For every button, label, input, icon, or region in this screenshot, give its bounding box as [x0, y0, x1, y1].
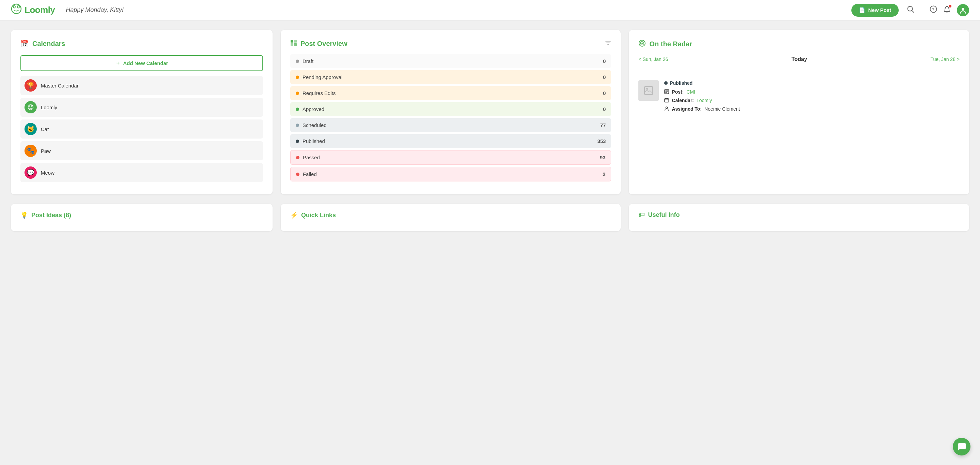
post-label-passed: Passed [303, 154, 320, 160]
avatar[interactable] [957, 4, 969, 16]
svg-rect-14 [294, 43, 297, 46]
post-label-approved: Approved [302, 106, 324, 112]
calendar-name-loomly: Loomly [41, 105, 57, 110]
calendars-title-text: Calendars [32, 40, 65, 48]
radar-prev-link[interactable]: < Sun, Jan 26 [638, 57, 668, 62]
radar-today-label: Today [791, 56, 807, 62]
radar-post-status: Published [664, 80, 959, 86]
radar-thumbnail [638, 80, 659, 101]
calendar-item-meow[interactable]: 💬 Meow [21, 163, 263, 182]
radar-calendar-label: Calendar: [672, 98, 694, 103]
radar-calendar-icon [664, 98, 669, 104]
calendar-name-paw: Paw [41, 148, 51, 154]
svg-point-10 [31, 105, 32, 107]
post-ideas-card: 💡 Post Ideas (8) [11, 204, 272, 231]
dot-published [296, 140, 299, 143]
svg-text:?: ? [932, 7, 934, 12]
add-calendar-label: Add New Calendar [123, 60, 169, 66]
post-overview-header: Post Overview [290, 40, 611, 48]
svg-point-29 [666, 107, 668, 108]
calendar-item-paw[interactable]: 🐾 Paw [21, 141, 263, 160]
header-icons: ? [907, 4, 969, 16]
post-row-approved[interactable]: Approved 0 [290, 102, 611, 116]
post-overview-title-text: Post Overview [301, 40, 347, 48]
svg-point-0 [11, 4, 21, 14]
svg-point-7 [962, 8, 964, 11]
post-row-scheduled[interactable]: Scheduled 77 [290, 118, 611, 132]
svg-point-20 [646, 89, 648, 90]
radar-post-row: Post: CMI [664, 89, 959, 95]
new-post-button[interactable]: 📄 New Post [851, 4, 899, 17]
radar-calendar-value[interactable]: Loomly [697, 98, 712, 103]
on-the-radar-card: On the Radar < Sun, Jan 26 Today Tue, Ja… [629, 30, 969, 194]
radar-post-icon [664, 89, 669, 95]
post-overview-card: Post Overview Draft 0 Pending Approval 0 [281, 30, 621, 194]
radar-assigned-label: Assigned To: [672, 106, 702, 111]
post-row-failed[interactable]: Failed 2 [290, 167, 611, 182]
notification-dot [949, 5, 951, 8]
radar-title: On the Radar [638, 40, 959, 49]
calendar-item-loomly[interactable]: Loomly [21, 98, 263, 117]
notification-icon[interactable] [943, 5, 951, 14]
post-ideas-icon: 💡 [21, 212, 28, 219]
svg-rect-11 [291, 40, 293, 43]
useful-info-title-text: Useful Info [648, 212, 679, 218]
radar-status-label: Published [670, 80, 692, 86]
calendar-name-master: Master Calendar [41, 83, 79, 89]
svg-point-9 [29, 105, 30, 107]
logo[interactable]: Loomly [11, 3, 55, 17]
search-icon[interactable] [907, 5, 914, 14]
calendar-avatar-paw: 🐾 [24, 145, 37, 157]
radar-status-dot [664, 81, 668, 85]
radar-title-text: On the Radar [649, 40, 692, 48]
calendar-avatar-master: 🏆 [24, 79, 37, 92]
calendar-item-cat[interactable]: 🐱 Cat [21, 119, 263, 139]
post-row-pending[interactable]: Pending Approval 0 [290, 70, 611, 84]
add-calendar-plus-icon: ＋ [115, 60, 121, 66]
post-row-published[interactable]: Published 353 [290, 134, 611, 148]
radar-post-card: Published Post: CMI [638, 75, 959, 120]
svg-rect-19 [644, 86, 653, 95]
useful-info-title: 🏷 Useful Info [638, 212, 959, 218]
header-divider [922, 5, 922, 15]
add-calendar-button[interactable]: ＋ Add New Calendar [21, 55, 263, 71]
bottom-row: 💡 Post Ideas (8) ⚡ Quick Links 🏷 Useful … [0, 204, 980, 240]
calendars-title: 📅 Calendars [21, 40, 263, 48]
filter-icon[interactable] [605, 40, 611, 48]
quick-links-card: ⚡ Quick Links [281, 204, 621, 231]
post-count-published: 353 [597, 138, 606, 144]
post-label-requires: Requires Edits [302, 90, 336, 96]
post-row-passed[interactable]: Passed 93 [290, 150, 611, 165]
post-label-draft: Draft [302, 58, 314, 64]
dot-approved [296, 108, 299, 111]
svg-point-17 [641, 43, 643, 44]
logo-icon [11, 3, 22, 17]
dot-pending [296, 76, 299, 79]
post-row-draft[interactable]: Draft 0 [290, 54, 611, 68]
post-count-requires: 0 [603, 90, 606, 96]
post-overview-title: Post Overview [290, 40, 347, 48]
post-count-passed: 93 [600, 154, 606, 160]
radar-post-value[interactable]: CMI [686, 89, 695, 95]
post-label-failed: Failed [303, 171, 317, 177]
radar-post-label: Post: [672, 89, 684, 95]
calendar-item-master[interactable]: 🏆 Master Calendar [21, 76, 263, 95]
greeting: Happy Monday, Kitty! [66, 6, 124, 14]
calendars-card: 📅 Calendars ＋ Add New Calendar 🏆 Master … [11, 30, 272, 194]
post-row-requires[interactable]: Requires Edits 0 [290, 86, 611, 100]
radar-next-link[interactable]: Tue, Jan 28 > [931, 57, 959, 62]
post-ideas-title-text: Post Ideas (8) [31, 212, 71, 219]
help-icon[interactable]: ? [930, 5, 937, 14]
post-label-published: Published [302, 138, 325, 144]
post-label-pending: Pending Approval [302, 74, 343, 80]
dot-failed [296, 173, 299, 176]
post-count-approved: 0 [603, 106, 606, 112]
dot-scheduled [296, 124, 299, 127]
svg-point-1 [13, 5, 15, 8]
post-count-draft: 0 [603, 58, 606, 64]
radar-icon [638, 40, 646, 49]
radar-post-info: Published Post: CMI [664, 80, 959, 115]
svg-rect-12 [294, 40, 297, 43]
svg-rect-13 [291, 43, 293, 46]
useful-info-icon: 🏷 [638, 212, 644, 218]
